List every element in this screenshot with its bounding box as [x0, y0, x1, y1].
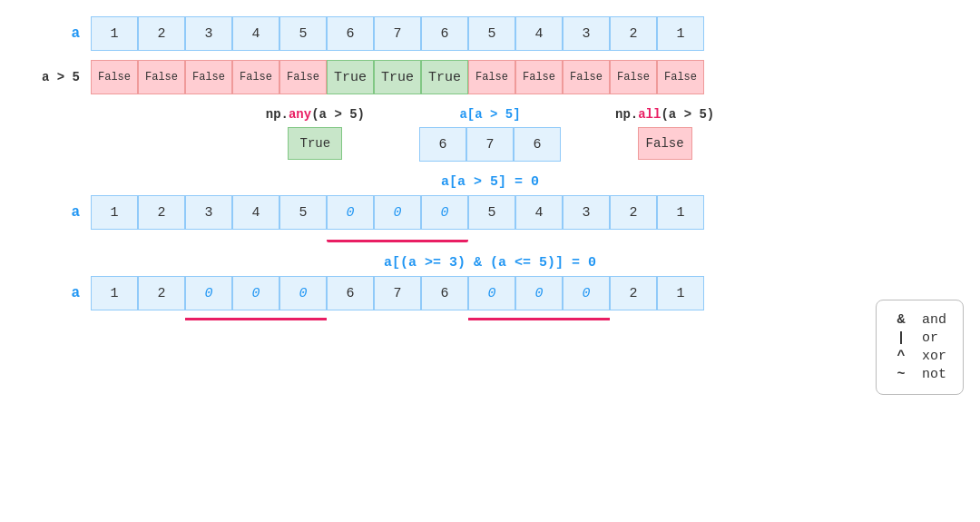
filter-cell-1: 7	[466, 127, 514, 162]
row3-cell-11: 2	[610, 195, 657, 230]
legend-row-xor: ^ xor	[893, 349, 946, 364]
row3-cell-3: 4	[232, 195, 279, 230]
row1-cell-0: 1	[91, 16, 138, 51]
all-value: False	[638, 127, 692, 160]
row1-cell-2: 3	[185, 16, 232, 51]
legend-word-and: and	[922, 312, 946, 328]
row2-cell-1: False	[138, 60, 185, 94]
row3-underline	[91, 237, 953, 242]
row4-underlines	[91, 318, 953, 323]
all-block: np.all(a > 5) False	[615, 107, 714, 162]
row4-cell-3: 0	[232, 276, 279, 310]
assign2-title: a[(a >= 3) & (a <= 5)] = 0	[27, 255, 953, 271]
row3-cell-0: 1	[91, 195, 138, 230]
row2-cell-7: True	[421, 60, 468, 94]
all-label: np.all(a > 5)	[615, 107, 714, 122]
filter-cells: 6 7 6	[419, 127, 561, 162]
row3-container: a 1234500054321	[27, 195, 953, 242]
row3-cell-6: 0	[374, 195, 421, 230]
array-a-row3: a 1234500054321	[27, 195, 953, 230]
bool-label: a > 5	[27, 70, 91, 84]
row1-cell-8: 5	[468, 16, 515, 51]
legend-box: & and | or ^ xor ~ not	[876, 300, 964, 395]
legend-row-not: ~ not	[893, 367, 946, 382]
assign2-label: a[(a >= 3) & (a <= 5)] = 0	[384, 255, 596, 271]
row1-cell-6: 7	[374, 16, 421, 51]
row1-cell-7: 6	[421, 16, 468, 51]
row4-cell-10: 0	[563, 276, 610, 310]
row3-cell-1: 2	[138, 195, 185, 230]
row2-cell-0: False	[91, 60, 138, 94]
legend-op-xor: ^	[893, 349, 909, 364]
row1-cell-11: 2	[610, 16, 657, 51]
legend-row-or: | or	[893, 330, 946, 346]
legend-op-not: ~	[893, 367, 909, 382]
row4-cell-4: 0	[279, 276, 327, 310]
row3-cell-12: 1	[657, 195, 704, 230]
row1-cell-10: 3	[563, 16, 610, 51]
row4-underline-container	[91, 318, 953, 323]
any-block: np.any(a > 5) True	[266, 107, 365, 162]
row2-cell-9: False	[515, 60, 563, 94]
row2-cell-2: False	[185, 60, 232, 94]
row4-cell-0: 1	[91, 276, 138, 310]
row2-cell-8: False	[468, 60, 515, 94]
row4-cell-1: 2	[138, 276, 185, 310]
array-a-row: a 1234567654321	[27, 16, 953, 51]
row3-underline-container	[91, 237, 953, 242]
bool-row: a > 5 FalseFalseFalseFalseFalseTrueTrueT…	[27, 60, 953, 94]
row3-cell-4: 5	[279, 195, 327, 230]
legend-word-not: not	[922, 367, 946, 382]
row2-cell-11: False	[610, 60, 657, 94]
array-a-label: a	[27, 25, 91, 42]
row3-cell-10: 3	[563, 195, 610, 230]
row3-cell-9: 4	[515, 195, 563, 230]
row4-cell-11: 2	[610, 276, 657, 310]
row4-cell-9: 0	[515, 276, 563, 310]
results-section: np.any(a > 5) True a[a > 5] 6 7 6 np.all…	[27, 107, 953, 162]
any-label: np.any(a > 5)	[266, 107, 365, 122]
row2-cell-5: True	[327, 60, 374, 94]
row2-cell-6: True	[374, 60, 421, 94]
row1-cell-9: 4	[515, 16, 563, 51]
row4-cell-7: 6	[421, 276, 468, 310]
row4-cell-2: 0	[185, 276, 232, 310]
filter-block: a[a > 5] 6 7 6	[419, 107, 561, 162]
legend-row-and: & and	[893, 312, 946, 328]
assign1-title: a[a > 5] = 0	[27, 174, 953, 190]
legend-word-xor: xor	[922, 349, 946, 364]
row3-cell-2: 3	[185, 195, 232, 230]
filter-cell-0: 6	[419, 127, 466, 162]
row3-cell-7: 0	[421, 195, 468, 230]
legend-op-or: |	[893, 330, 909, 346]
row1-cell-5: 6	[327, 16, 374, 51]
row4-cell-8: 0	[468, 276, 515, 310]
row3-label: a	[27, 204, 91, 221]
row1-cell-1: 2	[138, 16, 185, 51]
any-value: True	[288, 127, 342, 160]
legend-op-and: &	[893, 312, 909, 328]
row4-cell-6: 7	[374, 276, 421, 310]
row4-label: a	[27, 285, 91, 301]
row1-cell-4: 5	[279, 16, 327, 51]
assign1-label: a[a > 5] = 0	[441, 174, 539, 190]
row3-cell-8: 5	[468, 195, 515, 230]
row1-cell-12: 1	[657, 16, 704, 51]
array-a-row4: a 1200067600021	[27, 276, 953, 310]
filter-label: a[a > 5]	[459, 107, 520, 122]
legend-word-or: or	[922, 330, 938, 346]
row4-container: a 1200067600021	[27, 276, 953, 323]
filter-cell-2: 6	[514, 127, 561, 162]
array-a-cells: 1234567654321	[91, 16, 704, 51]
row4-cell-5: 6	[327, 276, 374, 310]
row2-cell-3: False	[232, 60, 279, 94]
row3-cells: 1234500054321	[91, 195, 704, 230]
row4-cells: 1200067600021	[91, 276, 704, 310]
row4-cell-12: 1	[657, 276, 704, 310]
row2-cell-4: False	[279, 60, 327, 94]
row2-cell-10: False	[563, 60, 610, 94]
row3-cell-5: 0	[327, 195, 374, 230]
bool-cells: FalseFalseFalseFalseFalseTrueTrueTrueFal…	[91, 60, 704, 94]
row2-cell-12: False	[657, 60, 704, 94]
row1-cell-3: 4	[232, 16, 279, 51]
